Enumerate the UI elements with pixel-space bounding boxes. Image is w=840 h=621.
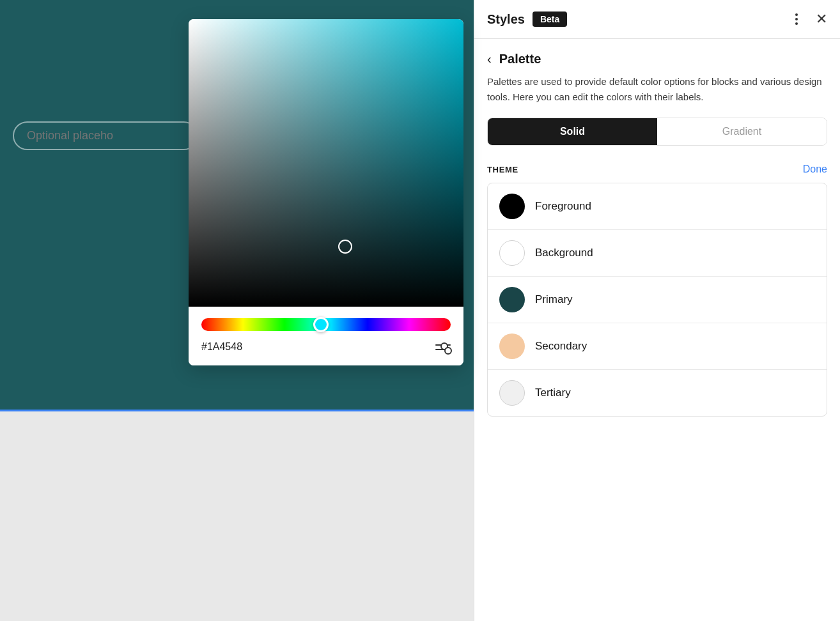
solid-tab[interactable]: Solid: [488, 118, 657, 145]
panel-header: Styles Beta ✕: [474, 0, 840, 39]
palette-title: Palette: [499, 52, 541, 66]
color-name: Secondary: [535, 340, 587, 353]
header-right: ✕: [788, 10, 827, 28]
more-options-icon[interactable]: [788, 10, 805, 28]
done-button[interactable]: Done: [803, 164, 827, 175]
color-gradient-area[interactable]: [189, 19, 463, 307]
picker-bottom-row: #1A4548: [201, 341, 451, 353]
adjust-line-2: [435, 349, 451, 350]
canvas-bottom-line: [0, 410, 474, 411]
color-list: ForegroundBackgroundPrimarySecondaryTert…: [487, 183, 827, 417]
panel-title: Styles: [487, 12, 525, 27]
hue-slider-thumb[interactable]: [313, 317, 329, 332]
color-list-item[interactable]: Tertiary: [488, 370, 827, 416]
palette-section: ‹ Palette Palettes are used to provide d…: [474, 39, 840, 621]
close-icon[interactable]: ✕: [816, 12, 827, 26]
color-swatch: [499, 194, 525, 219]
color-list-item[interactable]: Background: [488, 230, 827, 277]
palette-nav: ‹ Palette: [487, 39, 827, 74]
theme-label: THEME: [487, 165, 518, 174]
color-picker-popup[interactable]: #1A4548: [189, 19, 463, 365]
color-name: Background: [535, 247, 593, 259]
gradient-bg: [189, 19, 463, 307]
type-toggle[interactable]: Solid Gradient: [487, 118, 827, 146]
canvas-bottom: [0, 410, 474, 621]
dot-3: [795, 22, 798, 25]
color-list-item[interactable]: Foreground: [488, 183, 827, 230]
color-swatch: [499, 380, 525, 406]
theme-header: THEME Done: [487, 164, 827, 175]
beta-badge: Beta: [533, 12, 567, 27]
canvas-placeholder-input[interactable]: [13, 121, 198, 150]
color-swatch: [499, 287, 525, 312]
color-list-item[interactable]: Primary: [488, 277, 827, 323]
canvas-area: #1A4548: [0, 0, 474, 621]
picker-controls: #1A4548: [189, 307, 463, 365]
color-swatch: [499, 240, 525, 266]
back-arrow-icon[interactable]: ‹: [487, 52, 492, 66]
color-swatch: [499, 334, 525, 359]
color-name: Primary: [535, 293, 573, 306]
hex-value[interactable]: #1A4548: [201, 341, 242, 353]
color-list-item[interactable]: Secondary: [488, 323, 827, 370]
color-name: Foreground: [535, 200, 591, 213]
hue-slider[interactable]: [201, 318, 451, 331]
gradient-tab[interactable]: Gradient: [657, 118, 827, 145]
right-panel: Styles Beta ✕ ‹ Palette Palettes are use…: [474, 0, 840, 621]
palette-description: Palettes are used to provide default col…: [487, 74, 827, 105]
color-name: Tertiary: [535, 387, 571, 399]
adjust-sliders-icon[interactable]: [435, 344, 451, 350]
header-left: Styles Beta: [487, 12, 567, 27]
dot-2: [795, 18, 798, 20]
dot-1: [795, 13, 798, 16]
adjust-line-1: [435, 344, 451, 346]
